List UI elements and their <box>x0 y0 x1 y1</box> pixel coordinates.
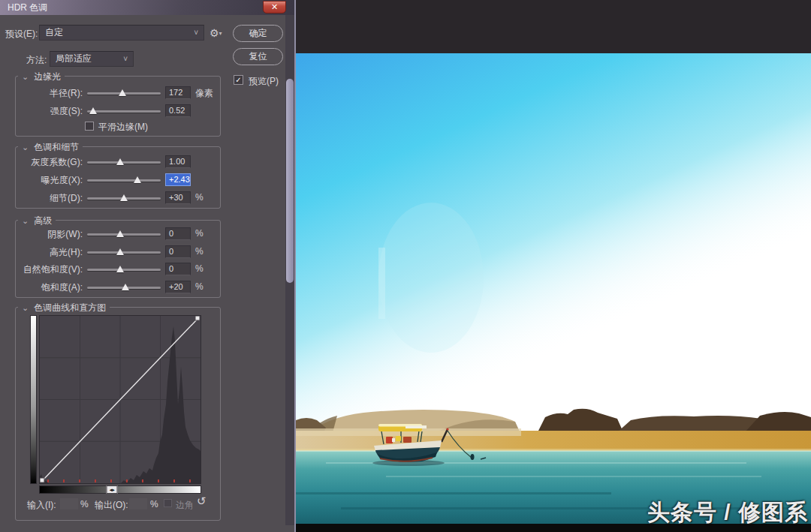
edge-glow-header[interactable]: ⌄边缘光 <box>18 71 65 83</box>
radius-value[interactable]: 172 <box>165 86 191 99</box>
preset-label: 预设(E): <box>5 28 38 41</box>
shadow-label: 阴影(W): <box>5 228 83 241</box>
detail-row: 细节(D): +30 % <box>0 191 296 205</box>
exposure-slider[interactable] <box>87 179 161 182</box>
detail-label: 细节(D): <box>23 192 83 205</box>
tone-detail-title: 色调和细节 <box>34 142 79 152</box>
highlight-value[interactable]: 0 <box>165 245 191 258</box>
input-label: 输入(I): <box>27 499 56 512</box>
preset-dropdown[interactable]: 自定 ˅ <box>39 25 204 41</box>
reset-curve-button[interactable]: ↺ <box>197 494 207 508</box>
collapse-chevron-icon: ⌄ <box>22 216 29 225</box>
output-label: 输出(O): <box>95 499 128 512</box>
dialog-titlebar[interactable]: HDR 色调 <box>0 0 294 15</box>
highlight-slider-thumb[interactable] <box>116 248 124 255</box>
close-button[interactable]: ✕ <box>263 1 286 14</box>
canvas-top-bar <box>296 0 811 53</box>
preset-value: 自定 <box>45 26 63 39</box>
smooth-edges-label: 平滑边缘(M) <box>98 121 148 134</box>
exposure-value[interactable]: +2.43 <box>165 173 191 186</box>
detail-value[interactable]: +30 <box>165 191 191 204</box>
exposure-label: 曝光度(X): <box>23 174 83 187</box>
method-label: 方法: <box>26 54 47 67</box>
vibrance-slider[interactable] <box>87 269 161 271</box>
hdr-toning-dialog: HDR 色调 ✕ 预设(E): 自定 ˅ ⚙▾ 确定 方法: 局部适应 ˅ 复位… <box>0 0 296 532</box>
radius-slider[interactable] <box>87 92 161 95</box>
input-field[interactable] <box>60 498 78 509</box>
strength-slider[interactable] <box>87 110 161 113</box>
preset-options-gear[interactable]: ⚙▾ <box>210 27 222 39</box>
curve-graph[interactable] <box>39 315 201 484</box>
exposure-slider-thumb[interactable] <box>134 176 141 183</box>
strength-row: 强度(S): 0.52 <box>0 104 296 118</box>
vibrance-unit: % <box>195 263 204 274</box>
reset-curve-icon: ↺ <box>197 494 207 507</box>
highlight-label: 高光(H): <box>5 246 83 259</box>
shadow-slider-thumb[interactable] <box>116 230 124 237</box>
close-icon: ✕ <box>271 2 278 11</box>
radius-slider-thumb[interactable] <box>119 89 126 96</box>
gradient-midpoint-handle[interactable]: ◂▸ <box>107 485 118 494</box>
dialog-scrollbar[interactable] <box>285 15 294 525</box>
vibrance-label: 自然饱和度(V): <box>5 263 83 276</box>
vibrance-value[interactable]: 0 <box>165 263 191 275</box>
radius-unit: 像素 <box>195 87 213 100</box>
curve-point-end <box>195 316 200 320</box>
preview-checkbox[interactable]: ✓ <box>234 75 243 85</box>
detail-slider-thumb[interactable] <box>120 194 128 201</box>
strength-value[interactable]: 0.52 <box>165 104 191 117</box>
curve-vertical-gradient <box>30 315 37 484</box>
photoshop-hdr-toning-screen: 头条号 / 修图系 HDR 色调 ✕ 预设(E): 自定 ˅ ⚙▾ 确定 方法:… <box>0 0 811 532</box>
curve-point-start <box>40 478 44 482</box>
detail-unit: % <box>195 192 204 203</box>
saturation-label: 饱和度(A): <box>5 281 83 294</box>
canvas-image <box>296 0 811 532</box>
gear-icon: ⚙ <box>210 27 219 39</box>
curve-header[interactable]: ⌄色调曲线和直方图 <box>18 302 110 314</box>
method-value: 局部适应 <box>56 53 92 65</box>
ok-button[interactable]: 确定 <box>233 25 283 42</box>
exposure-row: 曝光度(X): +2.43 <box>0 173 296 187</box>
scrollbar-thumb[interactable] <box>286 79 294 283</box>
saturation-slider-thumb[interactable] <box>122 284 129 290</box>
gamma-label: 灰度系数(G): <box>23 156 83 169</box>
highlight-row: 高光(H): 0 % <box>0 245 296 259</box>
method-dropdown[interactable]: 局部适应 ˅ <box>50 51 134 67</box>
highlight-slider[interactable] <box>87 251 161 254</box>
gamma-slider[interactable] <box>87 161 161 164</box>
shadow-row: 阴影(W): 0 % <box>0 227 296 241</box>
smooth-edges-checkbox[interactable] <box>85 122 94 131</box>
saturation-value[interactable]: +20 <box>165 281 191 293</box>
advanced-header[interactable]: ⌄高级 <box>18 215 56 227</box>
strength-slider-thumb[interactable] <box>89 107 97 114</box>
collapse-chevron-icon: ⌄ <box>22 143 29 152</box>
saturation-slider[interactable] <box>87 287 161 289</box>
chevron-down-icon: ˅ <box>123 55 128 63</box>
tone-detail-header[interactable]: ⌄色调和细节 <box>18 141 83 154</box>
shadow-slider[interactable] <box>87 233 161 236</box>
chevron-down-icon: ˅ <box>194 29 198 37</box>
saturation-unit: % <box>195 281 204 292</box>
vibrance-slider-thumb[interactable] <box>116 266 124 272</box>
reset-button[interactable]: 复位 <box>233 48 283 65</box>
dialog-title: HDR 色调 <box>8 2 47 13</box>
detail-slider[interactable] <box>87 197 161 200</box>
shadow-unit: % <box>195 228 204 239</box>
gamma-value[interactable]: 1.00 <box>165 155 191 168</box>
saturation-row: 饱和度(A): +20 % <box>0 281 296 294</box>
highlight-unit: % <box>195 246 204 257</box>
curve-title: 色调曲线和直方图 <box>34 302 106 313</box>
gradient-arrows-icon: ◂▸ <box>110 487 115 492</box>
strength-label: 强度(S): <box>23 105 83 118</box>
vibrance-row: 自然饱和度(V): 0 % <box>0 263 296 276</box>
radius-row: 半径(R): 172 像素 <box>0 86 296 100</box>
collapse-chevron-icon: ⌄ <box>22 303 29 312</box>
gamma-slider-thumb[interactable] <box>116 158 124 165</box>
output-field[interactable] <box>129 498 147 509</box>
corner-checkbox[interactable] <box>164 499 172 507</box>
output-unit: % <box>150 499 158 509</box>
shadow-value[interactable]: 0 <box>165 227 191 240</box>
radius-label: 半径(R): <box>23 87 83 100</box>
advanced-title: 高级 <box>34 215 52 226</box>
corner-label: 边角 <box>176 499 194 512</box>
